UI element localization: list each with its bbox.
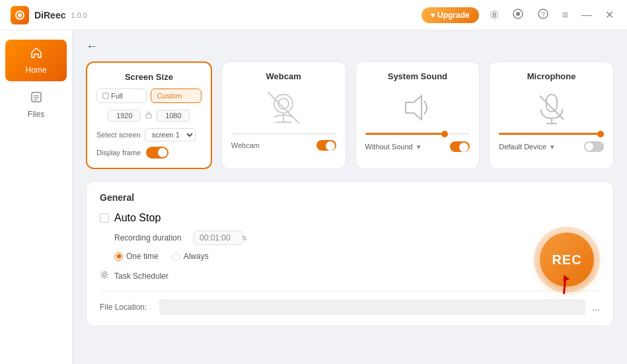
svg-text:?: ? bbox=[541, 11, 545, 18]
microphone-bottom-row: Default Device ▼ bbox=[499, 141, 604, 152]
gear-icon bbox=[100, 270, 109, 281]
titlebar-right: ♥ Upgrade ⑧ ? ≡ — ✕ bbox=[422, 7, 616, 24]
record-icon[interactable] bbox=[509, 7, 527, 24]
display-frame-row: Display frame bbox=[96, 147, 202, 159]
files-icon bbox=[30, 91, 43, 107]
duration-input[interactable] bbox=[200, 233, 239, 242]
general-title: General bbox=[100, 192, 600, 203]
without-sound-label: Without Sound bbox=[365, 143, 413, 151]
coin-icon[interactable]: ⑧ bbox=[487, 7, 501, 22]
webcam-toggle[interactable] bbox=[316, 140, 336, 151]
size-buttons: Full Custom bbox=[96, 89, 202, 103]
sidebar-item-files-label: Files bbox=[28, 110, 44, 119]
radio-always[interactable]: Always bbox=[172, 252, 209, 261]
file-location-label: File Location: bbox=[100, 303, 153, 312]
duration-row: Recording duration ⇅ bbox=[100, 231, 600, 245]
general-section: General Auto Stop Recording duration ⇅ O… bbox=[86, 181, 614, 326]
microphone-icon-area bbox=[499, 88, 604, 127]
full-size-button[interactable]: Full bbox=[96, 89, 147, 103]
webcam-label: Webcam bbox=[231, 141, 260, 149]
svg-point-13 bbox=[274, 94, 293, 113]
radio-always-label: Always bbox=[184, 252, 209, 261]
home-icon bbox=[30, 46, 43, 63]
radio-one-time-label: One time bbox=[126, 252, 159, 261]
radio-always-btn[interactable] bbox=[172, 252, 180, 261]
custom-size-button[interactable]: Custom bbox=[151, 89, 201, 103]
main-layout: Home Files ← Screen Size bbox=[0, 30, 627, 364]
microphone-slider-fill bbox=[499, 133, 604, 135]
duration-stepper[interactable]: ⇅ bbox=[242, 235, 247, 242]
cards-row: Screen Size Full Custom bbox=[86, 61, 614, 169]
system-sound-card: System Sound Without Sound ▼ bbox=[355, 61, 480, 169]
sound-select-wrapper: Without Sound ▼ bbox=[365, 143, 422, 151]
screen-select[interactable]: screen 1 bbox=[145, 128, 196, 141]
file-dots[interactable]: ... bbox=[592, 302, 600, 312]
device-select-wrapper: Default Device ▼ bbox=[499, 143, 555, 151]
autostop-label: Auto Stop bbox=[114, 212, 161, 224]
task-scheduler-row[interactable]: Task Scheduler bbox=[100, 270, 600, 281]
screen-size-title: Screen Size bbox=[96, 72, 202, 82]
display-frame-label: Display frame bbox=[96, 149, 141, 157]
app-version: 1.0.0 bbox=[71, 11, 87, 19]
system-sound-slider-track[interactable] bbox=[365, 133, 470, 135]
display-frame-toggle[interactable] bbox=[146, 147, 168, 159]
webcam-title: Webcam bbox=[231, 71, 336, 81]
height-input[interactable] bbox=[157, 110, 190, 122]
svg-point-4 bbox=[516, 12, 520, 16]
webcam-card: Webcam Webcam bbox=[221, 61, 346, 169]
radio-one-time[interactable]: One time bbox=[114, 252, 159, 261]
radio-row: One time Always bbox=[100, 252, 600, 261]
system-sound-toggle[interactable] bbox=[450, 141, 470, 152]
sidebar-item-home[interactable]: Home bbox=[5, 40, 67, 81]
help-icon[interactable]: ? bbox=[535, 7, 552, 24]
lock-icon bbox=[145, 111, 153, 121]
autostop-row: Auto Stop bbox=[100, 212, 600, 224]
titlebar-left: DiReec 1.0.0 bbox=[11, 6, 87, 24]
webcam-bottom-row: Webcam bbox=[231, 140, 336, 151]
system-sound-slider-thumb bbox=[441, 131, 448, 137]
svg-point-2 bbox=[18, 13, 22, 17]
screen-size-card: Screen Size Full Custom bbox=[86, 61, 212, 169]
minimize-button[interactable]: — bbox=[579, 8, 595, 22]
sidebar-item-files[interactable]: Files bbox=[5, 84, 67, 126]
svg-marker-18 bbox=[406, 96, 422, 120]
svg-rect-11 bbox=[103, 93, 108, 98]
system-sound-title: System Sound bbox=[365, 71, 470, 81]
rec-button-area: REC bbox=[534, 227, 600, 293]
device-dropdown-icon[interactable]: ▼ bbox=[549, 143, 556, 151]
app-name: DiReec bbox=[34, 10, 65, 20]
radio-one-time-btn[interactable] bbox=[114, 252, 123, 261]
back-button[interactable]: ← bbox=[86, 40, 98, 54]
content-area: ← Screen Size Full Custom bbox=[73, 30, 627, 364]
default-device-label: Default Device bbox=[499, 143, 546, 151]
webcam-slider-row bbox=[231, 133, 336, 135]
autostop-checkbox[interactable] bbox=[100, 213, 109, 223]
svg-rect-7 bbox=[32, 92, 41, 102]
sidebar: Home Files bbox=[0, 30, 73, 364]
webcam-icon-area bbox=[231, 88, 336, 127]
rec-outer-ring: REC bbox=[534, 227, 600, 293]
microphone-toggle[interactable] bbox=[584, 141, 604, 152]
microphone-title: Microphone bbox=[499, 71, 604, 81]
file-path-bar bbox=[159, 299, 585, 315]
microphone-slider-track[interactable] bbox=[499, 133, 604, 135]
recording-duration-label: Recording duration bbox=[114, 233, 187, 242]
system-sound-icon bbox=[399, 89, 436, 126]
webcam-slider[interactable] bbox=[231, 133, 336, 135]
select-screen-label: Select screen bbox=[96, 131, 141, 139]
svg-point-23 bbox=[103, 273, 106, 277]
svg-rect-12 bbox=[146, 114, 151, 118]
microphone-card: Microphone Default Devi bbox=[489, 61, 614, 169]
close-button[interactable]: ✕ bbox=[603, 7, 616, 22]
system-sound-bottom-row: Without Sound ▼ bbox=[365, 141, 470, 152]
titlebar: DiReec 1.0.0 ♥ Upgrade ⑧ ? ≡ — ✕ bbox=[0, 0, 627, 30]
microphone-icon bbox=[533, 89, 570, 126]
menu-icon[interactable]: ≡ bbox=[560, 8, 571, 22]
sidebar-item-home-label: Home bbox=[25, 65, 46, 75]
upgrade-button[interactable]: ♥ Upgrade bbox=[422, 7, 479, 23]
system-sound-slider-fill bbox=[365, 133, 444, 135]
file-location-row: File Location: ... bbox=[100, 291, 600, 315]
sound-dropdown-icon[interactable]: ▼ bbox=[416, 143, 422, 151]
select-screen-row: Select screen screen 1 bbox=[96, 128, 202, 141]
width-input[interactable] bbox=[108, 110, 141, 122]
